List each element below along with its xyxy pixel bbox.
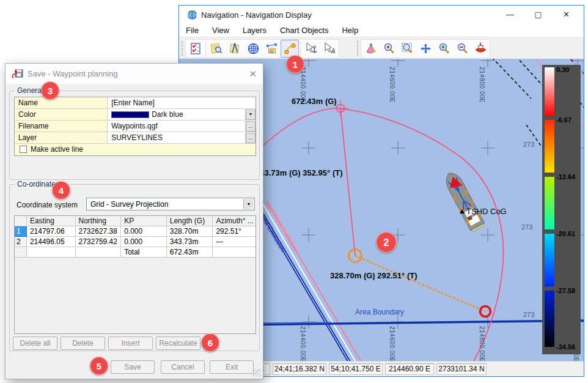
grid-easting-label: 214600.00E xyxy=(389,67,395,103)
menu-help[interactable]: Help xyxy=(335,24,365,37)
layer-browse-button[interactable]: ... xyxy=(246,133,255,143)
menu-view[interactable]: View xyxy=(205,24,236,37)
svg-text:62: 62 xyxy=(270,49,274,53)
menu-file[interactable]: File xyxy=(179,24,205,37)
header-azimuth[interactable]: Azimuth° ... xyxy=(213,216,255,226)
colorbar-tick: -13.64 xyxy=(556,173,579,180)
follow-vessel-icon xyxy=(474,42,487,55)
delete-button[interactable]: Delete xyxy=(61,337,105,350)
step-badge-1: 1 xyxy=(286,55,304,73)
menu-chart-objects[interactable]: Chart Objects xyxy=(273,24,335,37)
row-header[interactable]: 1 xyxy=(15,226,27,237)
toolbar: 62 xyxy=(179,37,584,59)
window-title: Navigation - Navigation Display xyxy=(201,10,312,20)
menu-bar: FileViewLayersChart ObjectsHelp xyxy=(179,24,584,37)
colorbar-segment xyxy=(545,67,554,116)
vessel-shape[interactable] xyxy=(442,169,485,232)
insert-button[interactable]: Insert xyxy=(108,337,153,350)
dialog-close-icon[interactable]: ✕ xyxy=(249,69,257,80)
resize-grip[interactable] xyxy=(253,369,261,377)
filename-browse-button[interactable]: ... xyxy=(246,121,255,132)
dialog-title-bar[interactable]: Save - Waypoint planning ✕ xyxy=(6,64,263,84)
colorbar-segment xyxy=(545,120,554,173)
compass-button[interactable] xyxy=(226,40,244,58)
zoom-out-button[interactable] xyxy=(453,40,471,58)
area-boundary-label: Area Boundary xyxy=(355,308,404,316)
layer-row: Layer SURVEYLINES ... xyxy=(15,132,255,144)
search-notes-button[interactable] xyxy=(207,40,226,58)
step-badge-3: 3 xyxy=(41,81,59,100)
table-row[interactable]: 2 214496.05 2732759.42 0.000 343.73m --- xyxy=(15,237,255,247)
color-value[interactable]: Dark blue xyxy=(108,109,246,120)
pan-icon xyxy=(419,42,432,55)
vessel-cursor-button[interactable] xyxy=(320,40,339,58)
exit-button[interactable]: Exit xyxy=(210,360,254,374)
grid-northing-label: 273 xyxy=(523,141,534,148)
grid-easting-label: 214800.00E xyxy=(479,67,485,103)
grid-northing-label: 273 xyxy=(523,311,534,318)
maximize-button[interactable]: ▢ xyxy=(524,6,552,24)
status-lon: 54;10;41.750 E xyxy=(329,363,383,375)
toolbar-grip[interactable] xyxy=(357,41,360,56)
grid-easting-label: 214800.00E xyxy=(479,326,485,361)
globe-button[interactable] xyxy=(244,40,262,58)
colorbar-tick: -6.67 xyxy=(556,116,579,124)
measure-button[interactable]: 62 xyxy=(262,40,281,58)
colorbar-tick: 0.30 xyxy=(556,66,579,73)
highlight-cone-button[interactable] xyxy=(361,40,380,58)
table-row[interactable]: 1 214797.06 2732627.38 0.000 328.70m 292… xyxy=(15,226,255,237)
vessel-cursor-icon xyxy=(323,42,336,55)
colorbar-tick: -20.61 xyxy=(556,230,579,237)
color-dropdown-button[interactable]: ▼ xyxy=(246,110,255,120)
coordinate-system-select[interactable]: Grid - Survey Projection ▼ xyxy=(86,198,255,210)
title-bar[interactable]: Navigation - Navigation Display — ▢ ✕ xyxy=(179,6,584,24)
save-waypoint-icon xyxy=(12,69,24,80)
layer-label: Layer xyxy=(15,132,108,143)
row-header[interactable]: 2 xyxy=(15,237,27,247)
colorbar-tick: -27.58 xyxy=(556,287,579,294)
menu-layers[interactable]: Layers xyxy=(236,24,273,37)
header-length[interactable]: Length (G) xyxy=(167,216,213,226)
zoom-center-icon xyxy=(383,42,395,55)
step-badge-5: 5 xyxy=(90,357,108,375)
layer-value[interactable]: SURVEYLINES xyxy=(108,132,246,143)
toolbar-group-zoom xyxy=(361,39,490,58)
checklist-button[interactable] xyxy=(186,40,204,58)
color-label: Color xyxy=(15,109,108,120)
name-input[interactable]: [Enter Name] xyxy=(108,97,255,108)
recalculate-button[interactable]: Recalculate xyxy=(156,337,200,350)
chevron-down-icon: ▼ xyxy=(243,199,254,209)
anchor-cursor-button[interactable] xyxy=(302,40,320,58)
leg1-label: 328.70m (G) 292.51° (T) xyxy=(330,271,417,280)
cancel-button[interactable]: Cancel xyxy=(161,360,205,374)
colorbar-tick: -34.56 xyxy=(556,343,579,351)
zoom-window-button[interactable] xyxy=(398,40,416,58)
filename-value[interactable]: Waypoints.qgf xyxy=(108,121,246,132)
close-button[interactable]: ✕ xyxy=(553,6,580,24)
header-northing[interactable]: Northing xyxy=(76,216,122,226)
save-button[interactable]: Save xyxy=(111,360,155,374)
zoom-in-icon xyxy=(438,42,450,55)
general-table: Name [Enter Name] Color Dark blue ▼ File… xyxy=(14,97,256,156)
header-easting[interactable]: Easting xyxy=(27,216,76,226)
toolbar-grip[interactable] xyxy=(182,41,185,56)
filename-row: Filename Waypoints.qgf ... xyxy=(15,121,255,132)
total-row: Total 672.43m xyxy=(15,247,255,258)
make-active-checkbox[interactable] xyxy=(20,146,27,153)
waypoint-line-icon xyxy=(284,42,296,55)
header-kp[interactable]: KP xyxy=(121,216,167,226)
grid-crosses xyxy=(302,59,584,329)
delete-all-button[interactable]: Delete all xyxy=(13,337,57,350)
active-segment-line xyxy=(355,256,485,311)
status-northing: 2733101.34 N xyxy=(436,363,487,375)
minimize-button[interactable]: — xyxy=(496,6,524,24)
zoom-in-button[interactable] xyxy=(435,40,453,58)
vessel-label: TSHD CoG xyxy=(466,207,507,216)
dialog-title: Save - Waypoint planning xyxy=(28,69,118,78)
pan-button[interactable] xyxy=(416,40,435,58)
filename-label: Filename xyxy=(15,121,108,132)
zoom-center-button[interactable] xyxy=(380,40,398,58)
follow-vessel-button[interactable] xyxy=(471,40,490,58)
step-badge-2: 2 xyxy=(376,232,397,253)
cog-marker-icon xyxy=(460,209,465,214)
